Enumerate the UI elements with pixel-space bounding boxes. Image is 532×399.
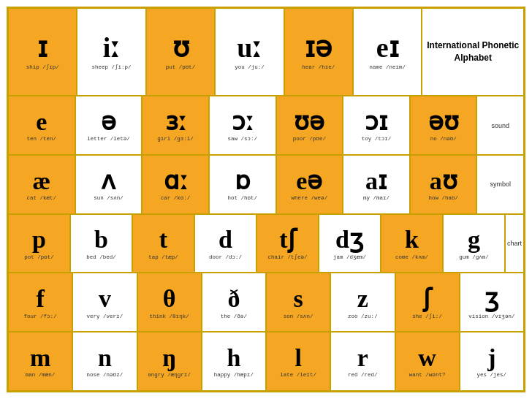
example-aʊ: how /haʊ/ (428, 195, 458, 202)
symbol-n: n (98, 344, 112, 371)
symbol-ɔː: ɔː (232, 108, 254, 135)
side-label-symbol: symbol (490, 180, 512, 188)
cell-m: m man /mæn/ (9, 332, 73, 390)
cell-g: g gum /gʌm/ (444, 215, 506, 273)
example-v: very /verɪ/ (87, 314, 123, 320)
example-ʌ: sun /sʌn/ (94, 195, 123, 202)
symbol-ʊə: ʊə (294, 108, 324, 135)
example-ð: the /ðə/ (221, 314, 247, 320)
cell-eɪ: eɪ name /neɪm/ (354, 9, 422, 95)
example-j: yes /jes/ (477, 372, 507, 379)
cell-iː: iː sheep /ʃiːp/ (77, 9, 146, 95)
row-5: f four /fɔː/ v very /verɪ/ θ think /θɪŋk… (9, 273, 523, 332)
row-2: e ten /ten/ ə letter /letə/ ɜː girl /gɜː… (9, 96, 523, 156)
example-p: pot /pɒt/ (24, 254, 54, 261)
symbol-iː: iː (103, 33, 121, 64)
symbol-t: t (159, 226, 167, 253)
cell-ɔː: ɔː saw /sɔː/ (210, 96, 277, 154)
symbol-s: s (294, 285, 303, 312)
example-d: door /dɔː/ (209, 254, 242, 261)
example-ŋ: angry /æŋgrɪ/ (148, 372, 191, 379)
symbol-b: b (94, 226, 108, 253)
example-ə: letter /letə/ (87, 136, 130, 142)
example-æ: cat /kæt/ (27, 195, 57, 202)
symbol-ɒ: ɒ (235, 167, 251, 194)
cell-j: j yes /jes/ (460, 332, 523, 390)
example-h: happy /hæpɪ/ (214, 372, 254, 379)
ipa-title: International Phonetic Alphabet (425, 39, 520, 64)
side-label-sound-cell: sound (477, 96, 523, 154)
side-label-chart-cell: chart (506, 215, 523, 273)
cell-ʃ: ʃ she /ʃiː/ (396, 273, 460, 331)
cell-f: f four /fɔː/ (9, 273, 73, 331)
row-6: m man /mæn/ n nose /nəʊz/ ŋ angry /æŋgrɪ… (9, 332, 523, 390)
cell-ə: ə letter /letə/ (76, 96, 143, 154)
symbol-m: m (30, 344, 50, 371)
symbol-eə: eə (296, 167, 322, 194)
cell-ŋ: ŋ angry /æŋgrɪ/ (138, 332, 202, 390)
example-s: son /sʌn/ (284, 314, 314, 320)
symbol-f: f (36, 285, 44, 312)
cell-aʊ: aʊ how /haʊ/ (411, 156, 478, 213)
symbol-g: g (468, 226, 480, 253)
cell-ɔɪ: ɔɪ toy /tɔɪ/ (343, 96, 411, 154)
symbol-dʒ: dʒ (335, 226, 364, 253)
example-eə: where /weə/ (292, 195, 328, 202)
example-uː: you /juː/ (235, 64, 265, 71)
cell-ð: ð the /ðə/ (202, 273, 267, 331)
cell-b: b bed /bed/ (71, 215, 133, 273)
cell-p: p pot /pɒt/ (9, 215, 71, 273)
cell-k: k come /kʌm/ (381, 215, 444, 273)
symbol-ɪə: ɪə (305, 33, 332, 64)
symbol-z: z (357, 285, 368, 312)
symbol-ŋ: ŋ (162, 344, 176, 371)
cell-əʊ: əʊ no /nəʊ/ (411, 96, 478, 154)
row-3: æ cat /kæt/ ʌ sun /sʌn/ ɑː car /kɑː/ ɒ h… (9, 156, 523, 215)
example-əʊ: no /nəʊ/ (430, 136, 457, 142)
symbol-k: k (405, 226, 419, 253)
cell-r: r red /red/ (331, 332, 395, 390)
side-label-sound: sound (491, 122, 509, 129)
symbol-əʊ: əʊ (428, 108, 459, 135)
symbol-ʒ: ʒ (484, 285, 499, 312)
example-t: tap /tæp/ (148, 254, 178, 261)
symbol-æ: æ (33, 167, 51, 194)
cell-ɪ: ɪ ship /ʃɪp/ (9, 9, 77, 95)
cell-ɒ: ɒ hot /hɒt/ (210, 156, 277, 213)
symbol-ɔɪ: ɔɪ (365, 108, 388, 135)
example-ʊ: put /pʊt/ (166, 64, 196, 71)
cell-s: s son /sʌn/ (267, 273, 331, 331)
symbol-ʃ: ʃ (423, 285, 431, 312)
example-ʃ: she /ʃiː/ (412, 314, 442, 320)
symbol-p: p (32, 226, 46, 253)
ipa-title-cell: International Phonetic Alphabet (422, 9, 523, 95)
example-ɜː: girl /gɜːl/ (157, 136, 194, 142)
example-ɪ: ship /ʃɪp/ (26, 64, 59, 71)
symbol-d: d (218, 226, 232, 253)
symbol-v: v (99, 285, 111, 312)
example-r: red /red/ (348, 372, 378, 379)
example-b: bed /bed/ (86, 254, 116, 261)
side-label-symbol-cell: symbol (477, 156, 523, 213)
example-ɒ: hot /hɒt/ (227, 195, 257, 202)
cell-tʃ: tʃ chair /tʃeə/ (257, 215, 319, 273)
symbol-w: w (418, 344, 436, 371)
cell-dʒ: dʒ jam /dʒæm/ (319, 215, 381, 273)
example-l: late /leɪt/ (280, 372, 316, 379)
cell-e: e ten /ten/ (9, 96, 76, 154)
cell-ʊ: ʊ put /pʊt/ (147, 9, 216, 95)
example-aɪ: my /maɪ/ (363, 195, 390, 202)
cell-ɪə: ɪə hear /hɪe/ (285, 9, 354, 95)
example-dʒ: jam /dʒæm/ (333, 254, 366, 261)
cell-d: d door /dɔː/ (195, 215, 257, 273)
example-z: zoo /zuː/ (348, 314, 378, 320)
example-ɔː: saw /sɔː/ (227, 136, 257, 142)
symbol-tʃ: tʃ (279, 226, 295, 253)
symbol-ð: ð (227, 285, 240, 312)
cell-ʌ: ʌ sun /sʌn/ (76, 156, 143, 213)
example-k: come /kʌm/ (395, 254, 428, 261)
symbol-uː: uː (237, 33, 262, 64)
symbol-aʊ: aʊ (430, 167, 457, 194)
symbol-θ: θ (163, 285, 176, 312)
cell-ɜː: ɜː girl /gɜːl/ (142, 96, 210, 154)
